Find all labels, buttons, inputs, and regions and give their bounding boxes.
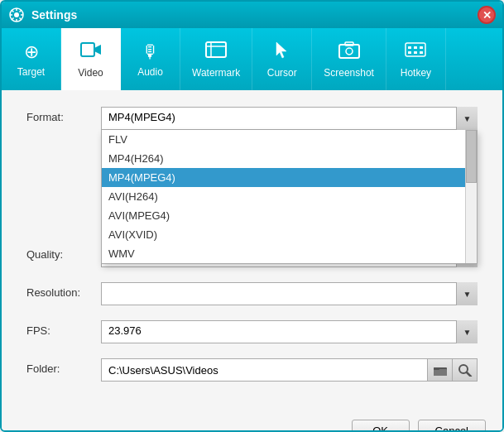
hotkey-icon	[405, 41, 426, 64]
svg-rect-12	[206, 42, 226, 57]
svg-rect-24	[414, 51, 417, 54]
tab-screenshot[interactable]: Screenshot	[312, 28, 386, 90]
fps-select[interactable]: 23.976	[101, 320, 478, 343]
folder-search-button[interactable]	[453, 358, 478, 382]
format-option-avixvid[interactable]: AVI(XVID)	[102, 225, 465, 244]
svg-point-17	[346, 48, 353, 55]
format-options-list: FLV MP4(H264) MP4(MPEG4) AVI(H264) AVI(M…	[102, 130, 465, 263]
audio-icon: 🎙	[142, 41, 160, 63]
format-option-mp4mpeg4[interactable]: MP4(MPEG4)	[102, 168, 465, 187]
tab-audio-label: Audio	[137, 66, 163, 78]
format-scrollbar[interactable]	[465, 130, 477, 263]
settings-content: Format: MP4(MPEG4) ▼ FLV MP4(H264) MP4(M…	[2, 90, 502, 413]
format-option-wmv[interactable]: WMV	[102, 244, 465, 263]
svg-rect-22	[420, 46, 423, 49]
tab-target[interactable]: ⊕ Target	[2, 28, 61, 90]
folder-label: Folder:	[26, 358, 101, 375]
cancel-button[interactable]: Cancel	[418, 420, 486, 432]
tab-screenshot-label: Screenshot	[324, 67, 374, 79]
format-dropdown-list: FLV MP4(H264) MP4(MPEG4) AVI(H264) AVI(M…	[101, 130, 478, 264]
folder-browse-button[interactable]	[428, 358, 453, 382]
folder-input-group	[101, 358, 478, 382]
resolution-label: Resolution:	[26, 282, 101, 299]
resolution-row: Resolution: ▼	[26, 282, 478, 305]
cursor-icon	[273, 41, 291, 64]
format-dropdown-container: MP4(MPEG4) ▼ FLV MP4(H264) MP4(MPEG4) AV…	[101, 107, 478, 130]
svg-rect-21	[414, 46, 417, 49]
svg-marker-11	[94, 45, 101, 55]
format-label: Format:	[26, 107, 101, 123]
format-row: Format: MP4(MPEG4) ▼ FLV MP4(H264) MP4(M…	[26, 107, 478, 130]
tab-video[interactable]: Video	[61, 28, 121, 90]
svg-line-8	[20, 10, 22, 12]
format-select[interactable]: MP4(MPEG4)	[101, 107, 478, 130]
svg-line-9	[12, 18, 14, 21]
svg-line-7	[20, 18, 22, 21]
window-title: Settings	[31, 8, 478, 22]
format-option-flv[interactable]: FLV	[102, 130, 465, 149]
video-icon	[80, 41, 102, 64]
fps-row: FPS: 23.976 ▼	[26, 320, 478, 343]
svg-line-6	[12, 10, 14, 12]
screenshot-icon	[338, 41, 360, 64]
format-scroll-thumb	[466, 130, 477, 183]
target-icon: ⊕	[24, 41, 39, 63]
svg-rect-25	[420, 51, 423, 54]
settings-window: Settings ✕ ⊕ Target Video 🎙 Audio	[0, 0, 504, 432]
tab-hotkey[interactable]: Hotkey	[386, 28, 446, 90]
close-button[interactable]: ✕	[478, 6, 496, 24]
resolution-select[interactable]	[101, 282, 478, 305]
format-control: MP4(MPEG4) ▼ FLV MP4(H264) MP4(MPEG4) AV…	[101, 107, 478, 130]
svg-rect-19	[406, 43, 425, 56]
watermark-icon	[205, 41, 227, 64]
folder-row: Folder:	[26, 358, 478, 382]
settings-title-icon	[8, 7, 25, 23]
resolution-select-wrapper: ▼	[101, 282, 478, 305]
format-option-avimpeg4[interactable]: AVI(MPEG4)	[102, 206, 465, 225]
tab-hotkey-label: Hotkey	[401, 67, 431, 79]
tab-target-label: Target	[17, 66, 45, 78]
fps-select-wrapper: 23.976 ▼	[101, 320, 478, 343]
format-select-wrapper: MP4(MPEG4) ▼	[101, 107, 478, 130]
resolution-control: ▼	[101, 282, 478, 305]
svg-line-30	[467, 372, 471, 377]
quality-label: Quality:	[26, 244, 101, 261]
folder-control	[101, 358, 478, 382]
format-option-mp4h264[interactable]: MP4(H264)	[102, 149, 465, 168]
svg-rect-20	[408, 46, 411, 49]
svg-marker-15	[276, 42, 286, 58]
svg-rect-10	[81, 43, 94, 56]
format-option-avih264[interactable]: AVI(H264)	[102, 187, 465, 206]
tab-cursor[interactable]: Cursor	[252, 28, 312, 90]
svg-rect-27	[434, 369, 447, 376]
title-bar: Settings ✕	[2, 2, 502, 28]
tab-bar: ⊕ Target Video 🎙 Audio	[2, 28, 502, 90]
tab-watermark-label: Watermark	[192, 67, 240, 79]
ok-button[interactable]: OK	[352, 420, 410, 432]
svg-rect-16	[339, 45, 359, 58]
tab-video-label: Video	[78, 67, 103, 79]
tab-audio[interactable]: 🎙 Audio	[121, 28, 180, 90]
svg-rect-23	[408, 51, 411, 54]
fps-control: 23.976 ▼	[101, 320, 478, 343]
svg-point-1	[14, 12, 19, 17]
tab-watermark[interactable]: Watermark	[180, 28, 252, 90]
fps-label: FPS:	[26, 320, 101, 337]
folder-path-input[interactable]	[101, 358, 428, 382]
footer: OK Cancel	[2, 413, 502, 432]
svg-rect-28	[434, 367, 439, 370]
tab-cursor-label: Cursor	[267, 67, 297, 79]
